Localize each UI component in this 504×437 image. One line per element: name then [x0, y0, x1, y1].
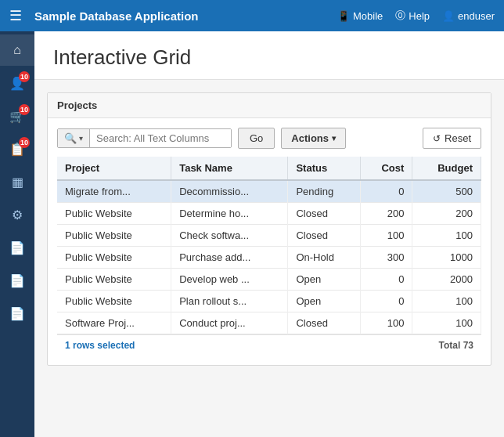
- sidebar-item-users[interactable]: 👤 10: [0, 67, 34, 99]
- cell-cost: 100: [360, 225, 412, 247]
- col-task-name: Task Name: [171, 157, 288, 180]
- sidebar-item-cart[interactable]: 🛒 10: [0, 100, 34, 132]
- table-row[interactable]: Public Website Develop web ... Open 0 20…: [57, 269, 481, 291]
- sidebar-item-page1[interactable]: 📄: [0, 232, 34, 263]
- col-project: Project: [57, 157, 171, 180]
- cell-status: Pending: [288, 180, 360, 203]
- sidebar-item-reports[interactable]: 📋 10: [0, 133, 34, 164]
- col-budget: Budget: [412, 157, 481, 180]
- col-cost: Cost: [360, 157, 412, 180]
- cell-project: Migrate from...: [57, 180, 171, 203]
- sidebar-item-settings[interactable]: ⚙: [0, 199, 34, 230]
- cell-task-name: Check softwa...: [171, 225, 288, 247]
- actions-button[interactable]: Actions ▾: [281, 128, 346, 149]
- cell-cost: 200: [360, 203, 412, 225]
- main-layout: ⌂ 👤 10 🛒 10 📋 10 ▦ ⚙ 📄 📄 📄: [0, 31, 504, 437]
- reset-button[interactable]: ↺ Reset: [423, 128, 481, 149]
- search-input[interactable]: [90, 129, 231, 147]
- projects-region: Projects 🔍 ▾ Go Actions ▾: [47, 92, 491, 366]
- cell-cost: 0: [360, 180, 412, 203]
- cell-budget: 100: [412, 291, 481, 312]
- cell-task-name: Decommissio...: [171, 180, 288, 203]
- cell-status: Closed: [288, 225, 360, 247]
- cell-task-name: Purchase add...: [171, 247, 288, 269]
- users-badge: 10: [19, 71, 30, 82]
- grid-footer: 1 rows selected Total 73: [57, 334, 481, 356]
- grid-toolbar: 🔍 ▾ Go Actions ▾ ↺ Reset: [57, 128, 481, 149]
- cell-project: Public Website: [57, 291, 171, 312]
- table-body: Migrate from... Decommissio... Pending 0…: [57, 180, 481, 334]
- table-row[interactable]: Software Proj... Conduct proj... Closed …: [57, 312, 481, 334]
- search-icon: 🔍: [64, 132, 77, 144]
- cell-task-name: Plan rollout s...: [171, 291, 288, 312]
- grid-icon: ▦: [12, 175, 23, 190]
- page3-icon: 📄: [9, 306, 25, 321]
- cell-status: On-Hold: [288, 247, 360, 269]
- reset-icon: ↺: [433, 133, 441, 144]
- cell-budget: 100: [412, 225, 481, 247]
- go-button[interactable]: Go: [238, 128, 275, 149]
- mobile-icon: 📱: [337, 10, 350, 22]
- cell-task-name: Conduct proj...: [171, 312, 288, 334]
- chevron-down-icon: ▾: [79, 134, 83, 143]
- sidebar-item-page3[interactable]: 📄: [0, 298, 34, 329]
- top-bar-actions: 📱 Mobile ⓪ Help 👤 enduser: [337, 9, 495, 23]
- table-row[interactable]: Public Website Determine ho... Closed 20…: [57, 203, 481, 225]
- table-row[interactable]: Public Website Plan rollout s... Open 0 …: [57, 291, 481, 312]
- user-link[interactable]: 👤 enduser: [442, 10, 495, 22]
- settings-icon: ⚙: [12, 208, 23, 222]
- mobile-link[interactable]: 📱 Mobile: [337, 10, 383, 22]
- cell-cost: 300: [360, 247, 412, 269]
- help-link[interactable]: ⓪ Help: [395, 9, 430, 23]
- cell-status: Open: [288, 291, 360, 312]
- top-bar: ☰ Sample Database Application 📱 Mobile ⓪…: [0, 0, 504, 31]
- cell-budget: 200: [412, 203, 481, 225]
- cell-cost: 100: [360, 312, 412, 334]
- cell-budget: 2000: [412, 269, 481, 291]
- home-icon: ⌂: [13, 43, 21, 57]
- table-row[interactable]: Public Website Purchase add... On-Hold 3…: [57, 247, 481, 269]
- cell-budget: 100: [412, 312, 481, 334]
- cell-cost: 0: [360, 291, 412, 312]
- cell-cost: 0: [360, 269, 412, 291]
- cell-status: Closed: [288, 203, 360, 225]
- page2-icon: 📄: [9, 273, 25, 288]
- cell-budget: 1000: [412, 247, 481, 269]
- page1-icon: 📄: [9, 240, 25, 255]
- cell-budget: 500: [412, 180, 481, 203]
- sidebar: ⌂ 👤 10 🛒 10 📋 10 ▦ ⚙ 📄 📄 📄: [0, 31, 34, 437]
- sidebar-item-grid[interactable]: ▦: [0, 166, 34, 197]
- cell-project: Public Website: [57, 203, 171, 225]
- cell-project: Public Website: [57, 225, 171, 247]
- cell-task-name: Develop web ...: [171, 269, 288, 291]
- user-icon: 👤: [442, 10, 455, 22]
- region-title: Projects: [48, 93, 491, 118]
- table-row[interactable]: Public Website Check softwa... Closed 10…: [57, 225, 481, 247]
- sidebar-item-home[interactable]: ⌂: [0, 34, 34, 66]
- actions-chevron-icon: ▾: [332, 134, 336, 143]
- cell-project: Software Proj...: [57, 312, 171, 334]
- app-title: Sample Database Application: [34, 9, 329, 23]
- cart-badge: 10: [19, 104, 30, 115]
- table-row[interactable]: Migrate from... Decommissio... Pending 0…: [57, 180, 481, 203]
- region-body: 🔍 ▾ Go Actions ▾ ↺ Reset: [48, 118, 491, 365]
- search-options-button[interactable]: 🔍 ▾: [58, 129, 90, 147]
- sidebar-item-page2[interactable]: 📄: [0, 265, 34, 296]
- cell-status: Closed: [288, 312, 360, 334]
- content-area: Interactive Grid Projects 🔍 ▾ Go A: [34, 31, 504, 437]
- data-grid: Project Task Name Status Cost Budget Mig…: [57, 157, 481, 334]
- cell-status: Open: [288, 269, 360, 291]
- page-title: Interactive Grid: [53, 45, 485, 70]
- search-group: 🔍 ▾: [57, 128, 232, 148]
- table-header: Project Task Name Status Cost Budget: [57, 157, 481, 180]
- col-status: Status: [288, 157, 360, 180]
- cell-project: Public Website: [57, 269, 171, 291]
- selected-count: 1 rows selected: [65, 340, 135, 351]
- total-count: Total 73: [439, 340, 473, 351]
- hamburger-icon[interactable]: ☰: [9, 7, 22, 24]
- page-header: Interactive Grid: [34, 31, 504, 80]
- reports-badge: 10: [19, 137, 30, 148]
- cell-task-name: Determine ho...: [171, 203, 288, 225]
- cell-project: Public Website: [57, 247, 171, 269]
- help-icon: ⓪: [395, 9, 405, 23]
